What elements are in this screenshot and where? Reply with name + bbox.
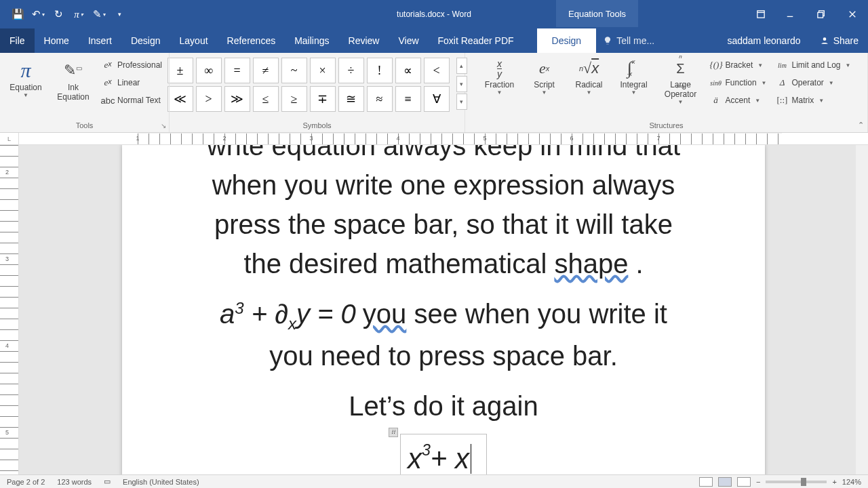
tab-foxit-reader-pdf[interactable]: Foxit Reader PDF [429, 28, 524, 53]
integral-button[interactable]: ∫x-x Integral ▼ [614, 56, 654, 96]
eq1-subx: x [288, 314, 296, 333]
zoom-slider-thumb[interactable] [801, 478, 806, 486]
symbol-button-19[interactable]: ∀ [424, 86, 450, 112]
qat-ink-equation-button[interactable]: ✎ [90, 5, 108, 24]
script-button[interactable]: ex Script ▼ [524, 56, 565, 96]
equation-editor-box[interactable]: ⁞⁞ x3 + x ▾ [400, 434, 487, 474]
symbol-button-17[interactable]: ≈ [367, 86, 393, 112]
symbol-button-11[interactable]: > [196, 86, 222, 112]
radical-button[interactable]: n√x Radical ▼ [569, 56, 610, 96]
zoom-in-button[interactable]: + [832, 478, 836, 486]
tell-me-search[interactable]: Tell me... [596, 28, 661, 53]
accent-button[interactable]: ä Accent▼ [707, 92, 770, 108]
bracket-button[interactable]: {()} Bracket▼ [707, 57, 770, 73]
status-word-count[interactable]: 123 words [57, 478, 92, 486]
status-language[interactable]: English (United States) [123, 478, 199, 486]
symbol-button-4[interactable]: ~ [281, 58, 307, 83]
symbol-button-18[interactable]: ≡ [395, 86, 421, 112]
professional-button[interactable]: ex Professional [99, 57, 165, 73]
status-spellcheck-icon[interactable]: ▭ [104, 477, 111, 486]
tab-review[interactable]: Review [339, 28, 389, 53]
symbol-button-3[interactable]: ≠ [253, 58, 279, 83]
doc-line-1c-b: . [628, 249, 643, 279]
fraction-button[interactable]: xy Fraction ▼ [479, 56, 520, 96]
chevron-down-icon: ▼ [762, 80, 767, 86]
inline-equation-1: a3 + ∂xy = 0 [220, 299, 363, 329]
ruler-corner[interactable]: L [0, 133, 19, 144]
vertical-ruler[interactable]: 2345 [0, 145, 19, 474]
symbol-button-9[interactable]: < [424, 58, 450, 83]
zoom-out-button[interactable]: − [756, 478, 760, 486]
symbol-button-0[interactable]: ± [167, 58, 193, 83]
matrix-button[interactable]: [::] Matrix▼ [773, 92, 853, 108]
tab-file[interactable]: File [0, 28, 35, 53]
symbol-button-12[interactable]: ≫ [224, 86, 250, 112]
tab-layout[interactable]: Layout [170, 28, 218, 53]
tab-view[interactable]: View [389, 28, 428, 53]
document-canvas[interactable]: write equation always keep in mind that … [19, 145, 868, 474]
h-ruler-tick: 2 [222, 135, 226, 142]
symbol-button-7[interactable]: ! [367, 58, 393, 83]
linear-button[interactable]: ex Linear [99, 75, 165, 91]
tools-dialog-launcher[interactable]: ↘ [161, 122, 166, 129]
equation-move-handle[interactable]: ⁞⁞ [389, 428, 398, 437]
title-bar: 💾 ↶ ↻ π ✎ ▾ tutorials.docx - Word Equati… [0, 0, 868, 28]
ribbon-group-symbols: ±∞=≠~×÷!∝<≪>≫≤≥∓≅≈≡∀ ▴ ▾ ▾ Symbols [170, 53, 465, 132]
symbol-button-14[interactable]: ≥ [281, 86, 307, 112]
large-operator-button[interactable]: n Σ i=0 Large Operator ▼ [658, 56, 703, 105]
vertical-scrollbar[interactable] [856, 145, 868, 474]
tab-design[interactable]: Design [121, 28, 170, 53]
horizontal-ruler[interactable]: 1234567 [19, 133, 868, 144]
symbol-button-13[interactable]: ≤ [253, 86, 279, 112]
view-read-mode[interactable] [699, 477, 713, 487]
undo-button[interactable]: ↶ [28, 5, 47, 24]
minimize-button[interactable] [774, 0, 806, 28]
signed-in-user[interactable]: saddam leonardo [717, 28, 810, 53]
normal-text-button[interactable]: abc Normal Text [99, 92, 165, 108]
redo-button[interactable]: ↻ [49, 5, 68, 24]
share-button[interactable]: Share [810, 28, 868, 53]
operator-button[interactable]: Δ Operator▼ [773, 75, 853, 91]
chevron-down-icon: ▼ [23, 92, 28, 98]
symbol-button-6[interactable]: ÷ [338, 58, 364, 83]
text-cursor [471, 444, 471, 474]
function-button[interactable]: sinθ Function▼ [707, 75, 770, 91]
view-print-layout[interactable] [718, 477, 732, 487]
qat-equation-button[interactable]: π [69, 5, 88, 24]
zoom-slider[interactable] [766, 481, 827, 483]
bracket-label: Bracket [726, 60, 753, 70]
structures-col-1: {()} Bracket▼ sinθ Function▼ ä Accent▼ [707, 56, 770, 108]
symbol-button-5[interactable]: × [310, 58, 336, 83]
tab-mailings[interactable]: Mailings [285, 28, 338, 53]
chevron-down-icon: ▼ [631, 89, 637, 96]
v-ruler-tick: 5 [5, 429, 9, 436]
ribbon-display-options-button[interactable] [747, 0, 774, 28]
radical-icon: n√x [579, 57, 599, 80]
tab-references[interactable]: References [218, 28, 285, 53]
limit-log-button[interactable]: lim Limit and Log▼ [773, 57, 853, 73]
symbol-button-8[interactable]: ∝ [395, 58, 421, 83]
tab-insert[interactable]: Insert [79, 28, 121, 53]
doc-you-word: you [363, 299, 407, 329]
symbol-button-15[interactable]: ∓ [310, 86, 336, 112]
symbol-button-2[interactable]: = [224, 58, 250, 83]
symbol-button-10[interactable]: ≪ [167, 86, 193, 112]
collapse-ribbon-button[interactable]: ⌃ [858, 121, 864, 129]
close-button[interactable] [837, 0, 868, 28]
symbol-button-16[interactable]: ≅ [338, 86, 364, 112]
save-button[interactable]: 💾 [8, 5, 27, 24]
status-page[interactable]: Page 2 of 2 [7, 478, 45, 486]
h-ruler-tick: 1 [136, 135, 139, 142]
zoom-level[interactable]: 124% [842, 478, 861, 486]
document-page[interactable]: write equation always keep in mind that … [122, 145, 765, 474]
restore-button[interactable] [806, 0, 837, 28]
accent-label: Accent [726, 96, 751, 105]
ink-equation-button[interactable]: ✎▭ Ink Equation [52, 56, 95, 102]
symbol-button-1[interactable]: ∞ [196, 58, 222, 83]
qat-customize-button[interactable]: ▾ [110, 5, 129, 24]
ribbon-tabs: File Home Insert Design Layout Reference… [0, 28, 868, 53]
tab-equation-design[interactable]: Design [537, 28, 597, 53]
tab-home[interactable]: Home [35, 28, 79, 53]
equation-button[interactable]: π Equation ▼ [4, 56, 47, 98]
view-web-layout[interactable] [737, 477, 751, 487]
